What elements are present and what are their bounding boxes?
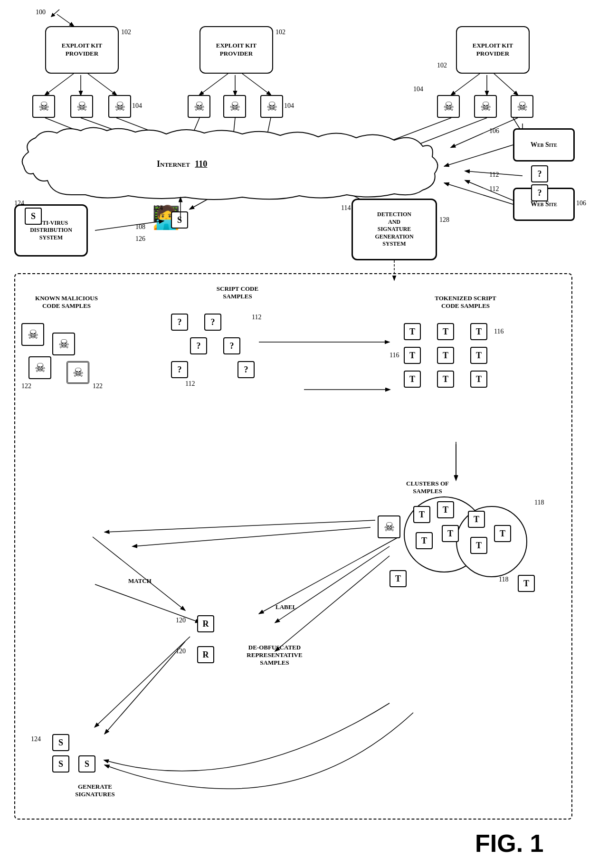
skull-3-2: ☠ [474, 95, 497, 118]
diagram-container: 100 Exploit Kit Provider 102 Exploit Kit… [0, 0, 589, 868]
detection-label: Detection and Signature Generation Syste… [375, 211, 413, 248]
s-box-gen-1: S [52, 734, 69, 751]
t-box-3: T [470, 323, 487, 340]
skull-3-1: ☠ [437, 95, 460, 118]
skull-3-3: ☠ [511, 95, 533, 118]
t-box-2: T [437, 323, 454, 340]
ref-112-web-1: 112 [489, 171, 499, 179]
s-box-gen-3: S [52, 755, 69, 773]
svg-line-42 [444, 145, 513, 166]
ref-112-web-2: 112 [489, 185, 499, 193]
exploit-kit-box-2: Exploit Kit Provider [200, 26, 273, 74]
svg-line-32 [51, 10, 59, 17]
ref-112-script-1: 112 [185, 380, 195, 388]
t-cluster-7: T [494, 525, 511, 542]
skull-1-3: ☠ [108, 95, 131, 118]
svg-line-4 [200, 74, 228, 95]
r-box-1: R [197, 615, 214, 632]
ref-114: 114 [341, 204, 351, 212]
t-outside-2: T [518, 575, 535, 592]
svg-line-3 [88, 74, 116, 95]
detection-box: Detection and Signature Generation Syste… [352, 199, 437, 260]
ref-102-3: 102 [437, 62, 447, 69]
skull-known-4: ☠ [66, 361, 89, 384]
svg-line-6 [242, 74, 271, 95]
ref-126: 126 [135, 235, 145, 243]
svg-line-18 [451, 118, 518, 147]
skull-2-1: ☠ [188, 95, 210, 118]
match-label: Match [128, 577, 152, 585]
internet-cloud [14, 124, 442, 209]
t-cluster-2: T [437, 501, 454, 518]
exploit-kit-box-3: Exploit Kit Provider [456, 26, 530, 74]
skull-2-3: ☠ [260, 95, 283, 118]
t-outside-1: T [390, 570, 407, 587]
svg-line-9 [494, 74, 518, 95]
tokenized-label: Tokenized Script Code Samples [413, 295, 518, 310]
t-box-6: T [470, 347, 487, 364]
svg-line-7 [451, 74, 480, 95]
ref-118-2: 118 [499, 576, 508, 583]
ref-104-2: 104 [284, 102, 294, 110]
ref-116-1: 116 [494, 328, 504, 335]
q-box-script-6: ? [238, 361, 255, 378]
script-code-samples-label: Script Code Samples [190, 285, 285, 300]
ref-120-2: 120 [176, 648, 186, 655]
label-label: Label [276, 603, 296, 611]
t-cluster-1: T [413, 506, 430, 523]
ref-102-1: 102 [121, 29, 131, 36]
q-box-website-1: ? [531, 165, 548, 182]
ref-104-1: 104 [132, 102, 142, 110]
q-box-script-1: ? [171, 314, 188, 331]
ref-102-2: 102 [276, 29, 285, 36]
known-malicious-label: Known Malicious Code Samples [19, 295, 114, 310]
ref-106-2: 106 [576, 200, 586, 207]
ref-108: 108 [135, 223, 145, 231]
t-box-4: T [404, 347, 421, 364]
t-cluster-6: T [470, 537, 487, 554]
t-cluster-4: T [442, 525, 459, 542]
s-box-gen-2: S [78, 755, 95, 773]
svg-line-43 [444, 183, 513, 204]
r-box-2: R [197, 646, 214, 663]
deobfuscated-label: De-Obfuscated Representative Samples [218, 644, 332, 667]
skull-cluster: ☠ [378, 515, 400, 538]
t-box-5: T [437, 347, 454, 364]
ref-120-1: 120 [176, 617, 186, 624]
t-cluster-3: T [416, 532, 433, 549]
exploit-kit-label-2: Exploit Kit Provider [216, 42, 256, 58]
website-box-1: Web Site [513, 128, 575, 162]
q-box-script-4: ? [223, 337, 240, 354]
t-box-8: T [437, 371, 454, 388]
website-label-2: Web Site [531, 200, 557, 208]
ref-116-2: 116 [390, 352, 399, 359]
ref-118-1: 118 [534, 499, 544, 506]
skull-1-1: ☠ [32, 95, 55, 118]
ref-124-user: 124 [153, 204, 163, 212]
internet-label: Internet 110 [157, 159, 207, 169]
ref-122-1: 122 [93, 382, 103, 390]
exploit-kit-box-1: Exploit Kit Provider [45, 26, 119, 74]
skull-1-2: ☠ [70, 95, 93, 118]
exploit-kit-label-1: Exploit Kit Provider [62, 42, 102, 58]
q-box-script-2: ? [204, 314, 221, 331]
arrow-100 [48, 7, 62, 21]
skull-known-1: ☠ [21, 323, 44, 346]
ref-112-script-2: 112 [252, 314, 261, 321]
skull-2-2: ☠ [223, 95, 246, 118]
t-cluster-5: T [468, 511, 485, 528]
exploit-kit-label-3: Exploit Kit Provider [473, 42, 513, 58]
clusters-label: Clusters of Samples [380, 480, 475, 495]
ref-124-gen: 124 [31, 735, 41, 743]
t-box-7: T [404, 371, 421, 388]
skull-known-3: ☠ [28, 356, 51, 379]
s-box-antivirus: S [25, 208, 42, 225]
ref-100: 100 [36, 9, 46, 16]
svg-line-1 [45, 74, 74, 95]
ref-122-2: 122 [21, 382, 31, 390]
q-box-website-2: ? [531, 184, 548, 201]
ref-104-3: 104 [413, 86, 423, 93]
t-box-9: T [470, 371, 487, 388]
ref-106-1: 106 [489, 127, 499, 135]
t-box-1: T [404, 323, 421, 340]
